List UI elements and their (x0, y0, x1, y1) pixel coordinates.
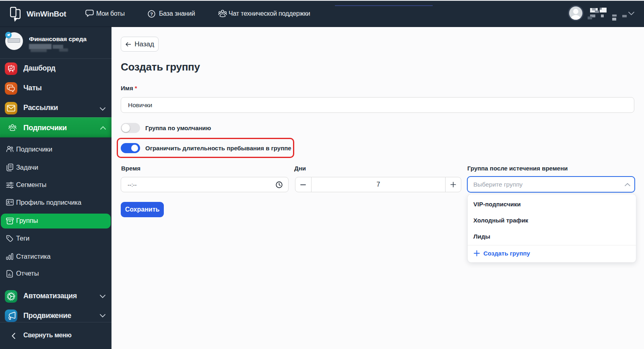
svg-text:?: ? (150, 12, 153, 17)
